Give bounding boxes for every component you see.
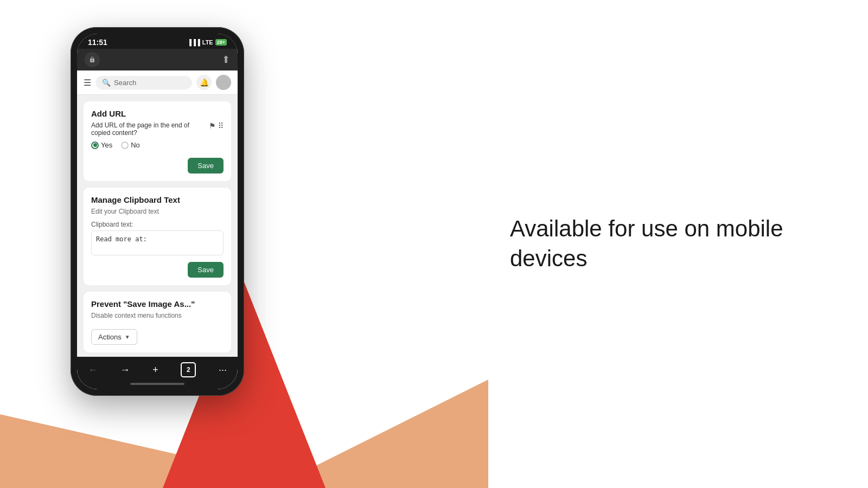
- more-options-button[interactable]: ···: [219, 364, 227, 376]
- home-indicator: [77, 381, 238, 389]
- actions-label: Actions: [98, 333, 122, 341]
- add-url-question-row: Add URL of the page in the end of copied…: [91, 121, 224, 137]
- status-bar: 11:51 ▐▐▐ LTE 28+: [77, 34, 238, 49]
- save-row: Save: [91, 153, 224, 174]
- status-time: 11:51: [88, 38, 107, 47]
- bell-icon[interactable]: 🔔: [196, 75, 212, 90]
- radio-no[interactable]: No: [121, 141, 140, 149]
- phone-body: 11:51 ▐▐▐ LTE 28+ ⬆ ☰: [71, 27, 244, 396]
- radio-yes-dot: [91, 142, 99, 149]
- avatar[interactable]: [216, 75, 231, 90]
- clipboard-save-row: Save: [91, 258, 224, 278]
- radio-group: Yes No: [91, 141, 224, 149]
- screen-inner: ☰ 🔍 Search 🔔 Add URL Add URL of the page: [77, 70, 238, 389]
- search-icon: 🔍: [102, 79, 111, 87]
- forward-button[interactable]: →: [120, 364, 130, 376]
- add-url-card: Add URL Add URL of the page in the end o…: [84, 101, 231, 181]
- app-content: Add URL Add URL of the page in the end o…: [77, 95, 238, 357]
- radio-yes-label: Yes: [101, 141, 112, 149]
- menu-icon[interactable]: ☰: [84, 78, 91, 88]
- prevent-save-subtitle: Disable context menu functions: [91, 312, 224, 319]
- search-placeholder: Search: [114, 79, 136, 87]
- actions-chevron-icon: ▼: [125, 334, 130, 340]
- radio-yes[interactable]: Yes: [91, 141, 112, 149]
- app-navbar: ☰ 🔍 Search 🔔: [77, 70, 238, 95]
- search-box[interactable]: 🔍 Search: [95, 76, 192, 89]
- add-url-question: Add URL of the page in the end of copied…: [91, 121, 209, 137]
- radio-no-label: No: [131, 141, 140, 149]
- clipboard-title: Manage Clipboard Text: [91, 195, 224, 204]
- share-icon[interactable]: ⬆: [222, 54, 230, 66]
- clipboard-input[interactable]: [91, 230, 224, 255]
- flag-icon[interactable]: ⚑: [209, 121, 216, 130]
- actions-button[interactable]: Actions ▼: [91, 329, 137, 345]
- status-icons: ▐▐▐ LTE 28+: [187, 39, 227, 46]
- back-button[interactable]: ←: [88, 364, 98, 376]
- add-url-icons: ⚑ ⠿: [209, 121, 224, 130]
- more-dots-icon[interactable]: ⠿: [218, 121, 224, 130]
- tabs-badge[interactable]: 2: [181, 362, 196, 377]
- home-bar: [130, 383, 184, 385]
- prevent-save-title: Prevent "Save Image As...": [91, 299, 224, 309]
- add-url-save-button[interactable]: Save: [188, 158, 224, 174]
- clipboard-card: Manage Clipboard Text Edit your Clipboar…: [84, 188, 231, 285]
- prevent-save-card: Prevent "Save Image As..." Disable conte…: [84, 292, 231, 352]
- phone-screen: 11:51 ▐▐▐ LTE 28+ ⬆ ☰: [77, 34, 238, 389]
- add-url-title: Add URL: [91, 109, 224, 118]
- lock-icon: [85, 52, 100, 67]
- signal-icon: ▐▐▐: [187, 39, 200, 46]
- clipboard-subtitle: Edit your Clipboard text: [91, 208, 224, 215]
- radio-no-dot: [121, 142, 129, 149]
- new-tab-button[interactable]: +: [152, 364, 158, 376]
- battery-badge: 28+: [215, 39, 227, 46]
- browser-nav: ← → + 2 ···: [77, 357, 238, 381]
- clipboard-input-label: Clipboard text:: [91, 221, 224, 228]
- clipboard-save-button[interactable]: Save: [188, 262, 224, 278]
- network-type: LTE: [202, 39, 213, 46]
- phone-mockup: 11:51 ▐▐▐ LTE 28+ ⬆ ☰: [71, 27, 244, 396]
- tagline: Available for use on mobile devices: [510, 214, 825, 273]
- address-bar: ⬆: [77, 49, 238, 70]
